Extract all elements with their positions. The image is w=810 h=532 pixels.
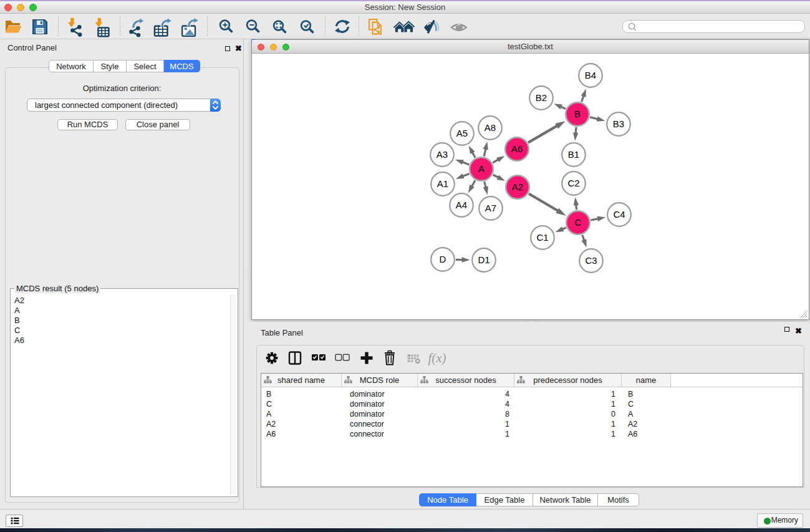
svg-text:D: D <box>440 254 446 264</box>
svg-text:C4: C4 <box>613 209 625 220</box>
svg-text:B4: B4 <box>585 70 596 80</box>
svg-text:A8: A8 <box>485 122 496 133</box>
svg-text:C3: C3 <box>585 255 597 266</box>
svg-text:B2: B2 <box>536 92 547 103</box>
svg-text:A2: A2 <box>512 181 523 192</box>
svg-text:A7: A7 <box>485 203 496 213</box>
svg-text:A3: A3 <box>436 149 448 160</box>
svg-text:B: B <box>574 109 581 119</box>
svg-text:B3: B3 <box>613 118 624 129</box>
svg-text:A: A <box>478 163 485 174</box>
svg-text:B1: B1 <box>568 149 579 160</box>
svg-text:A1: A1 <box>437 178 448 189</box>
svg-text:A4: A4 <box>456 200 467 210</box>
svg-text:f(x): f(x) <box>428 351 446 365</box>
svg-text:A5: A5 <box>456 128 468 138</box>
svg-text:C2: C2 <box>567 178 579 188</box>
svg-text:C: C <box>575 217 582 228</box>
svg-text:C1: C1 <box>536 232 548 243</box>
svg-text:D1: D1 <box>478 254 489 265</box>
svg-text:A6: A6 <box>511 143 523 154</box>
